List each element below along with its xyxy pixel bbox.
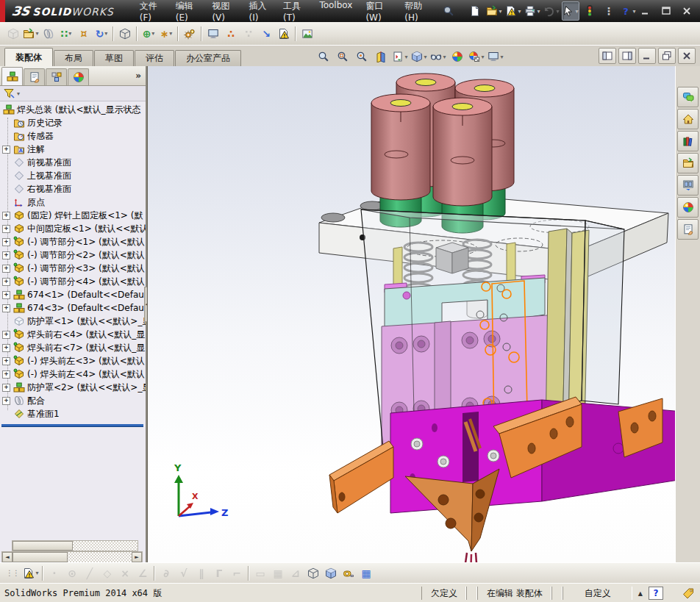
dropdown-arrow[interactable]: ▾	[104, 30, 107, 37]
expand-toggle[interactable]: +	[2, 225, 10, 233]
view-pal-tab[interactable]	[677, 175, 699, 196]
status-help-button[interactable]: ?	[649, 587, 663, 600]
shaded-view-button[interactable]	[322, 564, 340, 583]
minimize-button[interactable]	[637, 4, 654, 18]
dropdown-arrow[interactable]: ▾	[68, 30, 71, 37]
new-document-button[interactable]	[466, 1, 484, 21]
show-hidden-components-button[interactable]	[116, 24, 134, 43]
configurationmanager-tab[interactable]	[46, 68, 67, 85]
select-tool-button[interactable]: ▾	[562, 1, 579, 21]
custom-properties-tab[interactable]	[677, 219, 699, 240]
tab-评估[interactable]: 评估	[135, 50, 174, 66]
wireframe-view-button[interactable]	[304, 564, 322, 583]
dropdown-arrow[interactable]: ▾	[404, 54, 407, 60]
expand-toggle[interactable]: +	[2, 370, 10, 379]
home-tab[interactable]	[677, 109, 699, 129]
tree-item[interactable]: +(-) 焊头前左<3> (默认<默认	[0, 354, 146, 368]
dropdown-arrow[interactable]: ▾	[424, 54, 426, 60]
tree-item[interactable]: 上视基准面	[0, 169, 146, 182]
tree-item[interactable]: 传感器	[0, 129, 146, 143]
dropdown-arrow[interactable]: ▾	[481, 54, 484, 60]
dropdown-arrow[interactable]: ▾	[169, 30, 172, 37]
insert-components-button[interactable]: ▾	[22, 24, 40, 43]
reference-geometry-button[interactable]: ∗▾	[157, 24, 175, 43]
exploded-view-button[interactable]: ∴	[222, 24, 240, 43]
tree-root[interactable]: 焊头总装 (默认<默认_显示状态	[0, 103, 146, 116]
motion-study-button[interactable]	[181, 24, 199, 43]
expand-toggle[interactable]: +	[2, 265, 10, 273]
undo-button[interactable]: ▾	[543, 1, 560, 21]
maximize-button[interactable]	[657, 4, 675, 18]
tree-item[interactable]: +674<3> (Default<<Default>_	[0, 301, 146, 315]
instant2d-button[interactable]: ▭	[251, 564, 269, 583]
dropdown-arrow[interactable]: ▾	[575, 8, 578, 15]
filter-dropdown-arrow[interactable]: ▾	[17, 90, 20, 97]
tree-item[interactable]: +中间固定板<1> (默认<<默认	[0, 222, 146, 235]
bill-of-materials-button[interactable]	[204, 24, 222, 43]
open-document-button[interactable]: ▾	[485, 1, 503, 21]
command-finder-button[interactable]: ⋮	[600, 1, 618, 21]
collapse-right-pane-button[interactable]	[618, 48, 636, 64]
relation-fix-button[interactable]: ⌐	[228, 564, 246, 583]
tab-装配体[interactable]: 装配体	[4, 48, 53, 66]
tree-item[interactable]: +(-) 焊头前左<4> (默认<默认	[0, 368, 146, 381]
magnified-selection-button[interactable]	[353, 47, 371, 66]
tree-item[interactable]: +(-) 调节部分<2> (默认<默认	[0, 248, 146, 262]
tree-item[interactable]: +焊头前右<7> (默认<默认_显	[0, 341, 146, 354]
tree-item[interactable]: +配合	[0, 394, 146, 407]
tree-item[interactable]: 历史记录	[0, 116, 146, 129]
appearances-tab[interactable]	[677, 197, 699, 218]
relation-perpendicular-button[interactable]: Γ	[210, 564, 228, 583]
dropdown-arrow[interactable]: ▾	[35, 30, 38, 37]
solidworks-resources-button[interactable]: ▾	[504, 1, 522, 21]
scroll-right-arrow[interactable]: ►	[132, 552, 142, 562]
zoom-to-fit-button[interactable]	[315, 47, 332, 66]
tree-item[interactable]: +(-) 调节部分<1> (默认<默认	[0, 235, 146, 248]
doc-minimize-button[interactable]	[638, 48, 656, 64]
expand-toggle[interactable]: +	[2, 384, 10, 392]
featuremanager-tab[interactable]	[1, 67, 23, 85]
expand-toggle[interactable]: +	[2, 146, 10, 154]
dropdown-arrow[interactable]: ▾	[500, 54, 503, 60]
scroll-left-arrow[interactable]: ◄	[2, 552, 12, 562]
help-button[interactable]: ?▾	[619, 1, 637, 21]
display-style-button[interactable]: ▾	[410, 47, 428, 66]
expand-toggle[interactable]: +	[2, 278, 10, 286]
expand-toggle[interactable]: +	[2, 304, 10, 312]
view-settings-button[interactable]: ▾	[468, 47, 485, 66]
dropdown-arrow[interactable]: ▾	[443, 54, 446, 60]
tree-item[interactable]: +(固定) 焊针上固定板<1> (默	[0, 209, 146, 222]
dropdown-arrow[interactable]: ▾	[556, 8, 559, 15]
mate-button[interactable]	[40, 24, 57, 43]
zoom-to-area-button[interactable]	[334, 47, 351, 66]
model-electrode[interactable]	[405, 469, 499, 562]
dropdown-arrow[interactable]: ▾	[632, 8, 635, 15]
sketch-polygon-button[interactable]: ◇	[99, 564, 116, 583]
tag-icon[interactable]	[682, 587, 694, 599]
tab-办公室产品[interactable]: 办公室产品	[175, 50, 241, 66]
linear-component-pattern-button[interactable]: ∷▾	[57, 24, 75, 43]
tree-item[interactable]: 前视基准面	[0, 156, 146, 169]
graphics-viewport[interactable]: Y Z X	[147, 66, 676, 562]
scroll-thumb[interactable]	[12, 552, 68, 562]
options-button[interactable]	[581, 1, 599, 21]
tree-item[interactable]: +(-) 调节部分<4> (默认<默认	[0, 275, 146, 288]
status-custom[interactable]: 自定义	[562, 587, 632, 600]
dropdown-arrow[interactable]: ▾	[35, 570, 38, 576]
doc-close-button[interactable]	[678, 48, 696, 64]
model-cylinders[interactable]	[371, 74, 514, 206]
rollback-bar[interactable]	[1, 424, 143, 427]
design-table-button[interactable]: ▦	[357, 564, 375, 583]
filter-funnel-icon[interactable]	[3, 87, 15, 99]
collapse-left-pane-button[interactable]	[599, 48, 616, 64]
expand-toggle[interactable]: +	[2, 238, 10, 246]
doc-restore-button[interactable]	[658, 48, 676, 64]
dropdown-arrow[interactable]: ▾	[537, 8, 540, 15]
tab-草图[interactable]: 草图	[94, 50, 134, 66]
print-button[interactable]: ▾	[524, 1, 541, 21]
smart-fasteners-button[interactable]: ¤	[75, 24, 93, 43]
tree-item[interactable]: +674<1> (Default<<Default>_	[0, 288, 146, 301]
expand-toggle[interactable]: +	[2, 331, 10, 339]
close-button[interactable]	[678, 4, 696, 18]
3d-model[interactable]: Y Z X	[148, 66, 676, 562]
